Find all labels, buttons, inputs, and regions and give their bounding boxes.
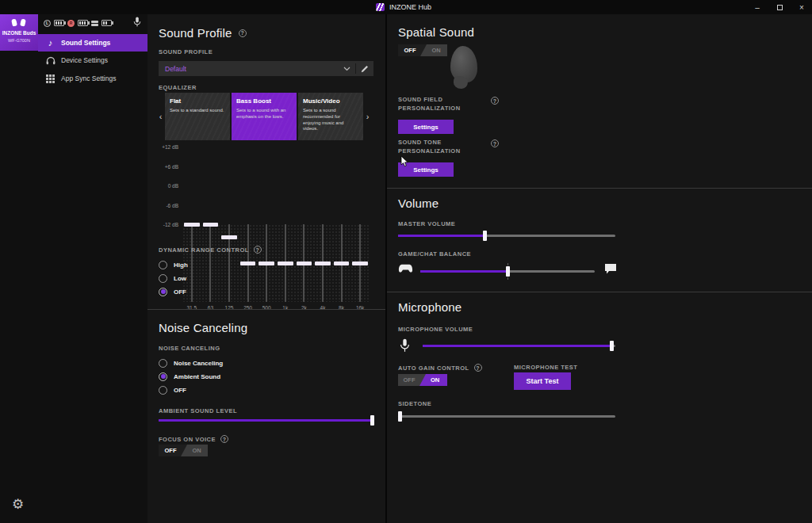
sidetone-slider[interactable] — [398, 415, 615, 418]
drc-option-low[interactable]: Low — [159, 272, 186, 284]
eq-axis-label: -12 dB — [163, 222, 178, 227]
chat-bubble-icon — [604, 263, 617, 274]
carousel-left-icon[interactable]: ‹ — [157, 112, 164, 121]
spatial-sound-toggle[interactable]: OFF ON — [398, 44, 447, 56]
eq-band-handle[interactable] — [278, 262, 293, 265]
eq-preset-flat[interactable]: Flat Sets to a standard sound. — [165, 93, 230, 140]
slider-handle[interactable] — [610, 341, 614, 351]
sidebar-item-device-settings[interactable]: Device Settings — [38, 52, 147, 68]
close-button[interactable]: × — [791, 0, 812, 14]
nc-option-off[interactable]: OFF — [159, 384, 186, 396]
section-title: Noise Canceling — [159, 321, 247, 334]
eq-band-handle[interactable] — [184, 223, 200, 227]
chevron-down-icon — [338, 67, 355, 71]
titlebar: INZONE Hub – × — [0, 0, 812, 14]
focus-on-voice-toggle[interactable]: OFF ON — [159, 445, 208, 456]
nc-option-ambient-sound[interactable]: Ambient Sound — [159, 370, 220, 383]
help-icon[interactable]: ? — [254, 246, 262, 254]
section-title: Volume — [398, 197, 439, 210]
nc-option-noise-canceling[interactable]: Noise Canceling — [159, 357, 223, 369]
device-model: WF-G700N — [0, 38, 38, 43]
sound-field-settings-button[interactable]: Settings — [398, 120, 454, 134]
eq-plot: 31.5631252505001k2k4k8k16k — [182, 224, 370, 302]
case-battery-icon — [102, 20, 112, 26]
pencil-icon[interactable] — [356, 65, 373, 73]
gamepad-icon — [398, 264, 413, 273]
maximize-button[interactable] — [769, 0, 790, 14]
ambient-sound-level-label: AMBIENT SOUND LEVEL — [159, 407, 237, 414]
eq-preset-bass-boost[interactable]: Bass Boost Sets to a sound with an empha… — [232, 93, 297, 140]
sidebar-item-label: Device Settings — [61, 56, 108, 64]
eq-band-2k[interactable]: 2k — [295, 224, 314, 302]
section-title: Sound Profile ? — [159, 26, 247, 40]
carousel-right-icon[interactable]: › — [364, 112, 371, 121]
spatial-sound-section: Spatial Sound OFF ON SOUND FIELD PERSONA… — [387, 14, 812, 188]
minimize-button[interactable]: – — [747, 0, 768, 14]
eq-axis-label: +6 dB — [165, 163, 178, 169]
help-icon[interactable]: ? — [239, 29, 247, 37]
sound-profile-section: Sound Profile ? SOUND PROFILE Default EQ… — [147, 14, 385, 309]
app-logo-icon — [376, 3, 385, 11]
help-icon[interactable]: ? — [474, 364, 482, 372]
eq-band-handle[interactable] — [334, 262, 350, 265]
master-volume-slider[interactable] — [398, 235, 615, 237]
start-test-button[interactable]: Start Test — [514, 372, 571, 390]
drc-option-high[interactable]: High — [159, 258, 188, 271]
slider-handle[interactable] — [506, 266, 510, 277]
noise-canceling-section: Noise Canceling NOISE CANCELING Noise Ca… — [147, 310, 385, 523]
music-note-icon: ♪ — [45, 39, 56, 48]
sound-profile-label: SOUND PROFILE — [159, 48, 213, 55]
earbuds-icon — [11, 19, 27, 27]
sound-profile-dropdown[interactable]: Default — [159, 61, 373, 76]
maximize-icon — [777, 5, 783, 10]
sidebar-item-label: App Sync Settings — [61, 74, 116, 82]
device-name: INZONE Buds — [0, 30, 38, 36]
head-model-image — [447, 46, 482, 92]
radio-icon — [159, 386, 167, 395]
eq-band-handle[interactable] — [203, 223, 219, 227]
slider-handle[interactable] — [398, 411, 402, 422]
eq-band-63[interactable]: 63 — [201, 224, 220, 302]
eq-band-handle[interactable] — [221, 235, 237, 239]
eq-band-handle[interactable] — [297, 262, 312, 265]
help-icon[interactable]: ? — [220, 435, 228, 443]
drc-label: DYNAMIC RANGE CONTROL ? — [159, 246, 262, 254]
eq-band-16k[interactable]: 16k — [350, 224, 370, 302]
eq-band-handle[interactable] — [259, 262, 274, 265]
section-title: Spatial Sound — [398, 25, 474, 39]
left-earbud-battery-icon — [54, 20, 64, 26]
eq-preset-music-video[interactable]: Music/Video Sets to a sound recommended … — [298, 93, 363, 140]
eq-band-handle[interactable] — [315, 262, 331, 265]
eq-band-125[interactable]: 125 — [220, 224, 239, 302]
eq-band-250[interactable]: 250 — [239, 224, 258, 302]
drc-option-off[interactable]: OFF — [159, 285, 186, 298]
eq-band-8k[interactable]: 8k — [332, 224, 351, 302]
radio-icon — [159, 274, 167, 283]
game-chat-balance-slider[interactable] — [420, 270, 595, 273]
ambient-sound-level-slider[interactable] — [159, 419, 374, 422]
slider-handle[interactable] — [370, 415, 374, 426]
help-icon[interactable]: ? — [491, 97, 499, 105]
eq-band-handle[interactable] — [352, 262, 368, 265]
sidebar-item-sound-settings[interactable]: ♪ Sound Settings — [38, 34, 147, 52]
sidebar: INZONE Buds WF-G700N L R ♪ Sound Setting… — [0, 14, 147, 523]
slider-handle[interactable] — [483, 231, 487, 241]
section-title: Microphone — [398, 300, 462, 314]
microphone-volume-slider[interactable] — [423, 345, 615, 347]
eq-band-4k[interactable]: 4k — [313, 224, 332, 302]
eq-band-500[interactable]: 500 — [257, 224, 276, 302]
eq-band-1k[interactable]: 1k — [276, 224, 295, 302]
eq-track — [191, 224, 193, 302]
device-tile[interactable]: INZONE Buds WF-G700N — [0, 14, 38, 51]
radio-icon — [159, 288, 167, 296]
gear-icon[interactable]: ⚙ — [12, 498, 24, 511]
right-earbud-icon: R — [67, 20, 75, 27]
sidebar-item-app-sync-settings[interactable]: App Sync Settings — [38, 71, 147, 86]
auto-gain-control-toggle[interactable]: OFF ON — [398, 374, 447, 386]
sidetone-label: SIDETONE — [398, 400, 431, 407]
right-earbud-battery-icon — [78, 20, 88, 26]
equalizer-label: EQUALIZER — [159, 84, 197, 91]
eq-band-handle[interactable] — [240, 262, 256, 265]
radio-icon — [159, 359, 167, 368]
help-icon[interactable]: ? — [491, 139, 499, 147]
